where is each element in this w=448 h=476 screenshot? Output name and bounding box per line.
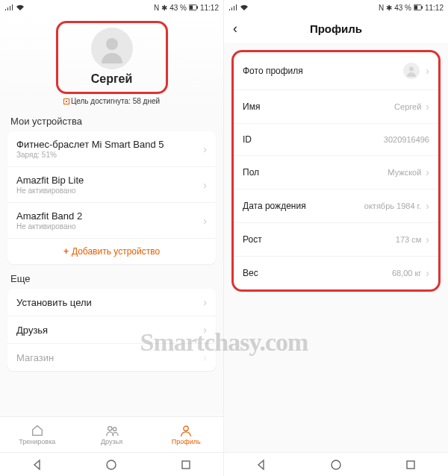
bluetooth-indicator: ✱ <box>386 4 392 12</box>
nav-back-icon[interactable] <box>255 459 267 471</box>
nav-home-icon[interactable] <box>330 459 342 471</box>
clock: 11:12 <box>425 4 444 12</box>
battery-percent: 43 % <box>169 4 187 12</box>
android-navbar <box>224 452 448 476</box>
row-value: Сергей <box>394 102 421 111</box>
row-label: Дата рождения <box>243 201 306 211</box>
nav-back-icon[interactable] <box>31 459 43 471</box>
status-bar: N ✱ 43 % 11:12 <box>224 0 448 15</box>
row-gender[interactable]: Пол Мужской› <box>234 156 438 190</box>
chevron-right-icon: › <box>199 179 207 191</box>
chevron-right-icon: › <box>421 65 429 77</box>
person-icon <box>405 65 417 77</box>
device-row[interactable]: Amazfit Band 2 Не активировано › <box>7 203 216 239</box>
svg-rect-14 <box>407 461 414 469</box>
tab-label: Тренировка <box>19 438 55 445</box>
row-value: октябрь 1984 г. <box>364 201 422 210</box>
row-value: 68,00 кг <box>392 269 421 278</box>
chevron-right-icon: › <box>421 267 429 279</box>
device-name: Amazfit Band 2 <box>16 210 199 222</box>
page-title: Профиль <box>233 22 439 35</box>
goal-icon <box>63 98 69 104</box>
svg-rect-11 <box>421 6 423 8</box>
status-bar: N ✱ 43 % 11:12 <box>0 0 223 15</box>
clock: 11:12 <box>200 4 219 12</box>
svg-rect-8 <box>182 461 190 469</box>
signal-icon <box>228 4 237 11</box>
username-label: Сергей <box>66 72 158 86</box>
avatar[interactable] <box>91 28 133 69</box>
profile-settings-highlight-box: Фото профиля › Имя Сергей› ID 3020916496… <box>231 50 441 292</box>
friends-icon <box>105 424 119 437</box>
svg-point-4 <box>108 427 111 430</box>
add-device-button[interactable]: +Добавить устройство <box>7 239 216 264</box>
row-label: ID <box>243 134 252 145</box>
row-label: Пол <box>243 167 259 178</box>
profile-icon <box>179 424 193 437</box>
device-sub: Не активировано <box>16 187 199 195</box>
row-label: Фото профиля <box>243 66 303 76</box>
svg-rect-10 <box>414 5 417 9</box>
chevron-right-icon: › <box>199 215 207 227</box>
svg-point-7 <box>107 460 116 469</box>
device-sub: Заряд: 51% <box>16 151 199 159</box>
more-row-friends[interactable]: Друзья › <box>7 316 216 344</box>
device-row[interactable]: Amazfit Bip Lite Не активировано › <box>7 167 216 203</box>
row-id: ID 3020916496 <box>234 124 438 156</box>
nav-home-icon[interactable] <box>105 459 117 471</box>
android-navbar <box>0 452 223 476</box>
bluetooth-indicator: ✱ <box>161 4 167 12</box>
more-label: Друзья <box>16 325 48 336</box>
chevron-right-icon: › <box>421 101 429 113</box>
battery-percent: 43 % <box>394 4 411 12</box>
svg-rect-2 <box>196 6 198 8</box>
nfc-indicator: N <box>154 4 159 12</box>
row-name[interactable]: Имя Сергей› <box>234 90 438 124</box>
svg-point-13 <box>332 460 340 469</box>
tab-bar: Тренировка Друзья Профиль <box>0 416 223 452</box>
nav-recent-icon[interactable] <box>405 459 417 471</box>
row-label: Имя <box>243 101 260 112</box>
row-label: Рост <box>243 234 262 245</box>
nav-recent-icon[interactable] <box>180 459 192 471</box>
tab-friends[interactable]: Друзья <box>75 417 149 452</box>
chevron-right-icon: › <box>199 296 207 308</box>
devices-card: Фитнес-браслет Mi Smart Band 5 Заряд: 51… <box>7 131 216 264</box>
row-weight[interactable]: Вес 68,00 кг› <box>234 257 438 289</box>
tab-profile[interactable]: Профиль <box>149 417 223 452</box>
svg-point-3 <box>106 38 118 50</box>
row-label: Вес <box>243 268 258 278</box>
chevron-right-icon: › <box>421 234 429 245</box>
section-devices-title: Мои устройства <box>0 107 223 131</box>
row-value: 173 см <box>396 235 421 244</box>
chevron-right-icon: › <box>199 324 207 336</box>
nfc-indicator: N <box>379 4 384 12</box>
svg-rect-1 <box>190 5 193 9</box>
more-card: Установить цели › Друзья › Магазин › <box>7 289 216 371</box>
more-row-goals[interactable]: Установить цели › <box>7 289 216 316</box>
tab-workout[interactable]: Тренировка <box>0 417 75 452</box>
row-dob[interactable]: Дата рождения октябрь 1984 г.› <box>234 190 438 223</box>
battery-icon <box>414 4 423 11</box>
row-photo[interactable]: Фото профиля › <box>234 52 438 90</box>
device-row[interactable]: Фитнес-браслет Mi Smart Band 5 Заряд: 51… <box>7 131 216 167</box>
more-row-cut[interactable]: Магазин › <box>7 344 216 371</box>
device-name: Amazfit Bip Lite <box>16 175 199 186</box>
more-label: Установить цели <box>16 297 92 308</box>
title-bar: ‹ Профиль <box>224 15 448 43</box>
row-height[interactable]: Рост 173 см› <box>234 223 438 257</box>
signal-icon <box>4 4 13 11</box>
row-value: Мужской <box>388 168 421 177</box>
device-sub: Не активировано <box>16 222 199 231</box>
goal-row[interactable]: Цель достигнута: 58 дней <box>0 97 223 105</box>
svg-point-6 <box>184 426 188 430</box>
chevron-right-icon: › <box>421 200 429 212</box>
avatar-thumbnail <box>403 63 420 79</box>
goal-text: Цель достигнута: 58 дней <box>71 97 160 105</box>
wifi-icon <box>240 4 249 11</box>
row-value: 3020916496 <box>384 135 429 144</box>
battery-icon <box>189 4 198 11</box>
svg-point-12 <box>409 67 414 72</box>
device-name: Фитнес-браслет Mi Smart Band 5 <box>16 139 199 150</box>
wifi-icon <box>16 4 25 11</box>
